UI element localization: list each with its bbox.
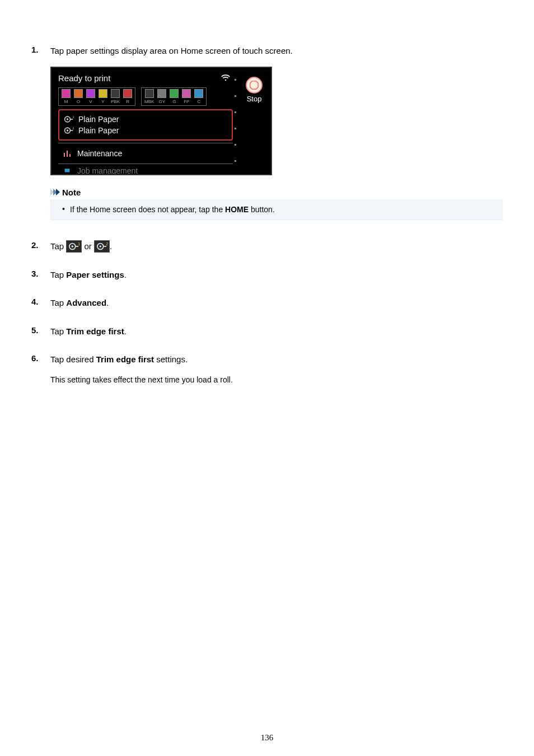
paper2-label: Plain Paper: [78, 126, 119, 135]
ink-levels: MOVYPBKR MBKGYGFPC: [58, 87, 237, 106]
step-number: 3.: [31, 269, 39, 278]
ink-c: C: [194, 89, 203, 104]
scroll-dots: [235, 79, 236, 162]
svg-point-10: [72, 245, 74, 248]
maintenance-label: Maintenance: [77, 149, 122, 158]
job-icon: [63, 166, 72, 174]
step-1: 1. Tap paper settings display area on Ho…: [31, 45, 503, 220]
maintenance-row[interactable]: Maintenance: [58, 143, 233, 164]
roll1-inline-icon: 1: [66, 240, 82, 253]
stop-icon[interactable]: [246, 77, 263, 94]
svg-text:1: 1: [78, 241, 81, 246]
stop-label: Stop: [247, 95, 262, 103]
svg-text:1: 1: [73, 115, 74, 119]
svg-point-5: [67, 129, 68, 131]
svg-text:2: 2: [73, 127, 74, 130]
maintenance-icon: [63, 149, 72, 158]
svg-point-1: [67, 118, 68, 120]
step-6: 6. Tap desired Trim edge first settings.…: [31, 353, 503, 386]
note-body: If the Home screen does not appear, tap …: [50, 199, 503, 220]
step-number: 2.: [31, 240, 39, 250]
roll2-icon: 2: [64, 127, 74, 134]
step-number: 4.: [31, 297, 39, 306]
ink-gy: GY: [157, 89, 166, 104]
ink-r: R: [123, 89, 132, 104]
ink-pbk: PBK: [111, 89, 120, 104]
status-text: Ready to print: [58, 73, 110, 83]
ink-y: Y: [99, 89, 107, 104]
step-text: Tap paper settings display area on Home …: [50, 45, 503, 58]
paper-settings-area[interactable]: 1 Plain Paper 2 Plain Paper: [58, 109, 233, 141]
roll1-icon: 1: [64, 115, 74, 123]
job-label: Job management: [77, 166, 138, 174]
printer-home-screenshot: Ready to print MOVYPBKR MBKGYGFPC 1 Plai…: [50, 67, 272, 175]
svg-text:2: 2: [106, 241, 108, 246]
job-management-row[interactable]: Job management: [58, 164, 233, 174]
roll2-inline-icon: 2: [94, 240, 110, 253]
step-5: 5. Tap Trim edge first.: [31, 325, 503, 338]
wifi-icon: [221, 74, 231, 82]
step-number: 5.: [31, 325, 39, 335]
svg-point-14: [100, 245, 102, 248]
ink-o: O: [74, 89, 83, 104]
paper1-label: Plain Paper: [78, 115, 119, 124]
note-block: Note If the Home screen does not appear,…: [50, 186, 503, 220]
step-number: 6.: [31, 353, 39, 363]
step-number: 1.: [31, 45, 39, 54]
ink-mbk: MBK: [144, 89, 154, 104]
ink-v: V: [86, 89, 95, 104]
note-chevrons-icon: [50, 189, 59, 195]
ink-fp: FP: [182, 89, 191, 104]
page-number: 136: [0, 733, 534, 743]
svg-rect-8: [65, 169, 70, 172]
ink-g: G: [170, 89, 179, 104]
step-3: 3. Tap Paper settings.: [31, 269, 503, 282]
ink-m: M: [62, 89, 71, 104]
step-2: 2. Tap 1 or 2.: [31, 240, 503, 253]
note-title: Note: [62, 188, 81, 197]
step-4: 4. Tap Advanced.: [31, 297, 503, 310]
step-body: This setting takes effect the next time …: [50, 374, 503, 386]
